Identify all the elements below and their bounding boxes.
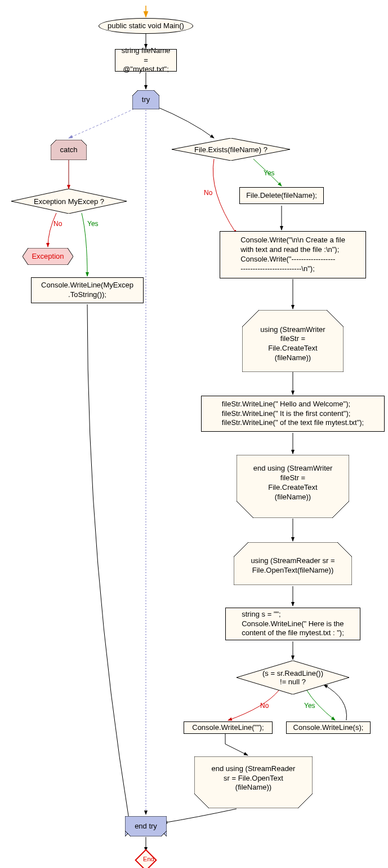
filename-box: string fileName = @"mytest.txt"; — [115, 49, 177, 72]
writer-lines: fileStr.WriteLine(" Hello and Welcome");… — [201, 396, 385, 432]
end-using-writer: end using (StreamWriter fileStr = File.C… — [237, 455, 349, 518]
end-text: End — [141, 855, 157, 863]
using-reader: using (StreamReader sr = File.OpenText(f… — [234, 542, 352, 585]
try-block: try — [132, 90, 159, 109]
main-declaration: public static void Main() — [99, 18, 193, 34]
reader-init-text: string s = ""; Console.WriteLine(" Here … — [242, 610, 344, 639]
no-label-3: No — [260, 702, 269, 710]
file-delete-text: File.Delete(fileName); — [246, 191, 317, 201]
using-writer-text: using (StreamWriter fileStr = File.Creat… — [242, 325, 344, 364]
flowchart-edges — [0, 0, 388, 868]
using-reader-text: using (StreamReader sr = File.OpenText(f… — [234, 556, 352, 575]
end-try-text: end try — [125, 822, 167, 831]
end-try: end try — [125, 816, 167, 836]
yes-label-3: Yes — [304, 702, 315, 710]
end-using-reader-text: end using (StreamReader sr = File.OpenTe… — [194, 764, 313, 792]
filename-text: string fileName = @"mytest.txt"; — [120, 46, 172, 75]
writeline-s: Console.WriteLine(s); — [286, 721, 371, 734]
writeline-s-text: Console.WriteLine(s); — [293, 723, 364, 733]
readline-test-text: (s = sr.ReadLine()) != null ? — [237, 669, 349, 686]
writeline-excep-text: Console.WriteLine(MyExcep .ToString()); — [41, 281, 133, 300]
exception-term-text: Exception — [23, 252, 73, 262]
file-delete: File.Delete(fileName); — [239, 187, 324, 204]
reader-init: string s = ""; Console.WriteLine(" Here … — [225, 608, 360, 640]
writeline-empty: Console.WriteLine(""); — [184, 721, 273, 734]
try-text: try — [132, 95, 159, 105]
exception-test-text: Exception MyExcep ? — [11, 197, 127, 206]
yes-label-1: Yes — [87, 220, 99, 228]
end-node: End — [138, 852, 154, 868]
console-write-header: Console.Write("\n\n Create a file with t… — [220, 231, 366, 278]
main-decl-text: public static void Main() — [108, 21, 184, 31]
writeline-empty-text: Console.WriteLine(""); — [192, 723, 264, 733]
end-using-reader: end using (StreamReader sr = File.OpenTe… — [194, 756, 313, 808]
readline-test: (s = sr.ReadLine()) != null ? — [237, 661, 349, 694]
yes-label-2: Yes — [264, 169, 275, 177]
end-using-writer-text: end using (StreamWriter fileStr = File.C… — [237, 464, 349, 503]
catch-block: catch — [51, 140, 87, 160]
file-exists-text: File.Exists(fileName) ? — [172, 145, 290, 154]
exception-terminal: Exception — [23, 248, 73, 265]
header-text: Console.Write("\n\n Create a file with t… — [240, 236, 345, 274]
file-exists-test: File.Exists(fileName) ? — [172, 138, 290, 161]
using-writer: using (StreamWriter fileStr = File.Creat… — [242, 310, 344, 372]
writer-lines-text: fileStr.WriteLine(" Hello and Welcome");… — [222, 400, 364, 428]
catch-text: catch — [51, 145, 87, 155]
exception-test: Exception MyExcep ? — [11, 189, 127, 214]
no-label-2: No — [204, 189, 212, 197]
writeline-excep: Console.WriteLine(MyExcep .ToString()); — [31, 277, 144, 303]
no-label-1: No — [53, 220, 62, 228]
